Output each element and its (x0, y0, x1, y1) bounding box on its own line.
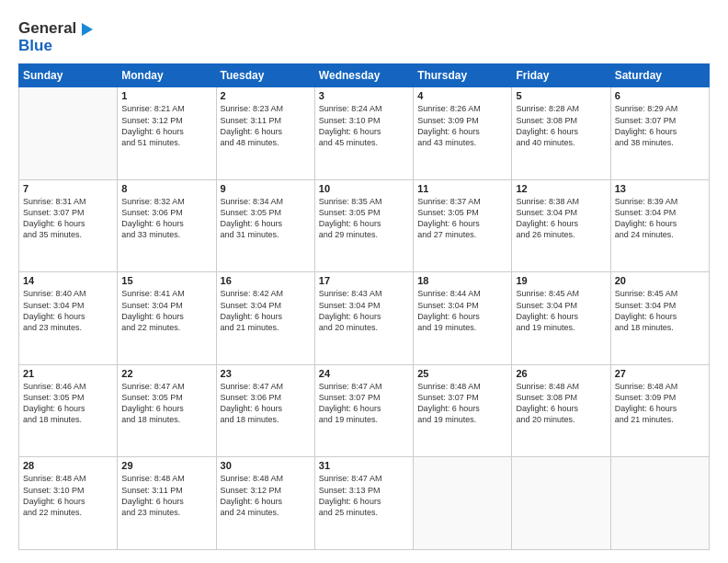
day-info: Sunrise: 8:32 AMSunset: 3:06 PMDaylight:… (121, 196, 211, 241)
logo-wordmark: General Blue (18, 20, 95, 54)
calendar-cell: 11Sunrise: 8:37 AMSunset: 3:05 PMDayligh… (414, 179, 512, 272)
day-info: Sunrise: 8:39 AMSunset: 3:04 PMDaylight:… (615, 196, 705, 241)
calendar-cell: 8Sunrise: 8:32 AMSunset: 3:06 PMDaylight… (118, 179, 216, 272)
day-number: 30 (221, 460, 311, 471)
calendar-cell: 10Sunrise: 8:35 AMSunset: 3:05 PMDayligh… (314, 179, 413, 272)
page: General Blue SundayMondayTuesdayWednesda… (0, 0, 728, 563)
calendar-cell: 19Sunrise: 8:45 AMSunset: 3:04 PMDayligh… (512, 272, 610, 365)
calendar-cell: 23Sunrise: 8:47 AMSunset: 3:06 PMDayligh… (216, 364, 314, 457)
calendar-cell: 15Sunrise: 8:41 AMSunset: 3:04 PMDayligh… (118, 272, 216, 365)
day-info: Sunrise: 8:47 AMSunset: 3:07 PMDaylight:… (319, 381, 409, 426)
day-number: 19 (516, 275, 606, 286)
calendar-cell: 30Sunrise: 8:48 AMSunset: 3:12 PMDayligh… (216, 457, 314, 550)
calendar-week-row: 14Sunrise: 8:40 AMSunset: 3:04 PMDayligh… (19, 272, 710, 365)
calendar-week-row: 21Sunrise: 8:46 AMSunset: 3:05 PMDayligh… (19, 364, 710, 457)
day-info: Sunrise: 8:43 AMSunset: 3:04 PMDaylight:… (319, 288, 409, 333)
weekday-header-saturday: Saturday (610, 64, 709, 87)
calendar-table: SundayMondayTuesdayWednesdayThursdayFrid… (18, 63, 710, 550)
calendar-cell: 5Sunrise: 8:28 AMSunset: 3:08 PMDaylight… (512, 87, 610, 180)
calendar-cell: 29Sunrise: 8:48 AMSunset: 3:11 PMDayligh… (118, 457, 216, 550)
day-number: 14 (23, 275, 113, 286)
day-number: 25 (417, 368, 507, 379)
calendar-cell: 6Sunrise: 8:29 AMSunset: 3:07 PMDaylight… (610, 87, 709, 180)
weekday-header-wednesday: Wednesday (314, 64, 413, 87)
header: General Blue (18, 17, 710, 54)
day-number: 10 (319, 183, 409, 194)
calendar-week-row: 28Sunrise: 8:48 AMSunset: 3:10 PMDayligh… (19, 457, 710, 550)
day-info: Sunrise: 8:31 AMSunset: 3:07 PMDaylight:… (23, 196, 113, 241)
calendar-cell: 24Sunrise: 8:47 AMSunset: 3:07 PMDayligh… (314, 364, 413, 457)
day-info: Sunrise: 8:23 AMSunset: 3:11 PMDaylight:… (221, 103, 311, 148)
day-number: 31 (319, 460, 409, 471)
day-info: Sunrise: 8:45 AMSunset: 3:04 PMDaylight:… (615, 288, 705, 333)
calendar-cell: 25Sunrise: 8:48 AMSunset: 3:07 PMDayligh… (414, 364, 512, 457)
day-info: Sunrise: 8:45 AMSunset: 3:04 PMDaylight:… (516, 288, 606, 333)
calendar-cell: 20Sunrise: 8:45 AMSunset: 3:04 PMDayligh… (610, 272, 709, 365)
calendar-cell: 31Sunrise: 8:47 AMSunset: 3:13 PMDayligh… (314, 457, 413, 550)
calendar-cell: 21Sunrise: 8:46 AMSunset: 3:05 PMDayligh… (19, 364, 118, 457)
calendar-cell: 1Sunrise: 8:21 AMSunset: 3:12 PMDaylight… (118, 87, 216, 180)
calendar-cell: 18Sunrise: 8:44 AMSunset: 3:04 PMDayligh… (414, 272, 512, 365)
day-number: 28 (23, 460, 113, 471)
calendar-cell: 14Sunrise: 8:40 AMSunset: 3:04 PMDayligh… (19, 272, 118, 365)
day-info: Sunrise: 8:48 AMSunset: 3:11 PMDaylight:… (121, 473, 211, 518)
day-info: Sunrise: 8:24 AMSunset: 3:10 PMDaylight:… (319, 103, 409, 148)
weekday-header-tuesday: Tuesday (216, 64, 314, 87)
calendar-cell: 26Sunrise: 8:48 AMSunset: 3:08 PMDayligh… (512, 364, 610, 457)
day-info: Sunrise: 8:48 AMSunset: 3:12 PMDaylight:… (221, 473, 311, 518)
calendar-cell (610, 457, 709, 550)
day-number: 6 (615, 90, 705, 101)
day-number: 4 (417, 90, 507, 101)
calendar-cell: 12Sunrise: 8:38 AMSunset: 3:04 PMDayligh… (512, 179, 610, 272)
day-info: Sunrise: 8:29 AMSunset: 3:07 PMDaylight:… (615, 103, 705, 148)
weekday-header-friday: Friday (512, 64, 610, 87)
svg-marker-0 (82, 23, 93, 36)
weekday-header-thursday: Thursday (414, 64, 512, 87)
day-info: Sunrise: 8:35 AMSunset: 3:05 PMDaylight:… (319, 196, 409, 241)
calendar-cell: 3Sunrise: 8:24 AMSunset: 3:10 PMDaylight… (314, 87, 413, 180)
day-info: Sunrise: 8:38 AMSunset: 3:04 PMDaylight:… (516, 196, 606, 241)
day-info: Sunrise: 8:48 AMSunset: 3:09 PMDaylight:… (615, 381, 705, 426)
calendar-cell: 4Sunrise: 8:26 AMSunset: 3:09 PMDaylight… (414, 87, 512, 180)
day-number: 18 (417, 275, 507, 286)
day-info: Sunrise: 8:47 AMSunset: 3:13 PMDaylight:… (319, 473, 409, 518)
day-number: 12 (516, 183, 606, 194)
calendar-cell (512, 457, 610, 550)
calendar-week-row: 7Sunrise: 8:31 AMSunset: 3:07 PMDaylight… (19, 179, 710, 272)
day-number: 9 (221, 183, 311, 194)
weekday-header-row: SundayMondayTuesdayWednesdayThursdayFrid… (19, 64, 710, 87)
weekday-header-sunday: Sunday (19, 64, 118, 87)
calendar-cell (19, 87, 118, 180)
calendar-week-row: 1Sunrise: 8:21 AMSunset: 3:12 PMDaylight… (19, 87, 710, 180)
day-info: Sunrise: 8:28 AMSunset: 3:08 PMDaylight:… (516, 103, 606, 148)
day-number: 13 (615, 183, 705, 194)
day-number: 26 (516, 368, 606, 379)
day-number: 29 (121, 460, 211, 471)
calendar-cell: 27Sunrise: 8:48 AMSunset: 3:09 PMDayligh… (610, 364, 709, 457)
day-info: Sunrise: 8:26 AMSunset: 3:09 PMDaylight:… (417, 103, 507, 148)
day-number: 1 (121, 90, 211, 101)
calendar-cell: 13Sunrise: 8:39 AMSunset: 3:04 PMDayligh… (610, 179, 709, 272)
day-number: 16 (221, 275, 311, 286)
day-info: Sunrise: 8:47 AMSunset: 3:05 PMDaylight:… (121, 381, 211, 426)
day-info: Sunrise: 8:42 AMSunset: 3:04 PMDaylight:… (221, 288, 311, 333)
weekday-header-monday: Monday (118, 64, 216, 87)
day-number: 20 (615, 275, 705, 286)
calendar-cell: 2Sunrise: 8:23 AMSunset: 3:11 PMDaylight… (216, 87, 314, 180)
day-number: 17 (319, 275, 409, 286)
calendar-cell: 16Sunrise: 8:42 AMSunset: 3:04 PMDayligh… (216, 272, 314, 365)
calendar-cell: 9Sunrise: 8:34 AMSunset: 3:05 PMDaylight… (216, 179, 314, 272)
day-number: 2 (221, 90, 311, 101)
day-number: 11 (417, 183, 507, 194)
logo: General Blue (18, 20, 95, 54)
day-info: Sunrise: 8:21 AMSunset: 3:12 PMDaylight:… (121, 103, 211, 148)
day-number: 24 (319, 368, 409, 379)
day-info: Sunrise: 8:48 AMSunset: 3:08 PMDaylight:… (516, 381, 606, 426)
calendar-cell: 28Sunrise: 8:48 AMSunset: 3:10 PMDayligh… (19, 457, 118, 550)
day-info: Sunrise: 8:40 AMSunset: 3:04 PMDaylight:… (23, 288, 113, 333)
calendar-cell: 22Sunrise: 8:47 AMSunset: 3:05 PMDayligh… (118, 364, 216, 457)
calendar-cell (414, 457, 512, 550)
day-number: 22 (121, 368, 211, 379)
day-info: Sunrise: 8:48 AMSunset: 3:07 PMDaylight:… (417, 381, 507, 426)
day-number: 27 (615, 368, 705, 379)
